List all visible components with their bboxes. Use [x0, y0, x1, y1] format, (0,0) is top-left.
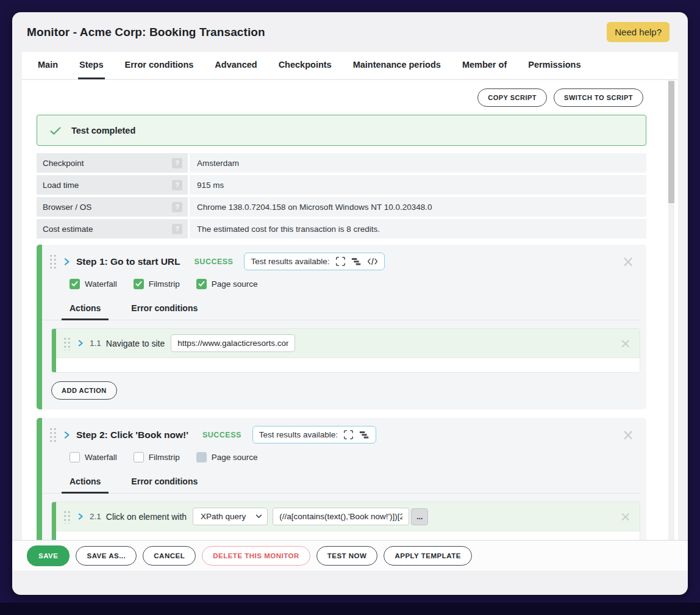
action-number: 1.1 — [90, 339, 101, 348]
waterfall-checkbox[interactable]: Waterfall — [70, 279, 117, 289]
tab-actions[interactable]: Actions — [62, 299, 109, 320]
checkbox-label: Filmstrip — [149, 453, 180, 462]
navigate-url-input[interactable] — [171, 334, 295, 352]
add-action-button[interactable]: ADD ACTION — [51, 381, 117, 400]
chevron-right-icon[interactable] — [78, 340, 84, 347]
monitor-dialog: Monitor - Acme Corp: Booking Transaction… — [12, 12, 688, 595]
scrollbar-thumb[interactable] — [668, 81, 674, 203]
cancel-button[interactable]: CANCEL — [143, 546, 196, 566]
tab-advanced[interactable]: Advanced — [213, 52, 258, 79]
dialog-footer: SAVE SAVE AS... CANCEL DELETE THIS MONIT… — [12, 540, 688, 570]
help-icon[interactable]: ? — [172, 224, 182, 234]
info-label: Cost estimate — [43, 225, 93, 234]
table-row: Checkpoint ? Amsterdam — [37, 153, 646, 173]
step-title: Step 1: Go to start URL — [76, 256, 180, 267]
info-label: Checkpoint — [43, 159, 84, 168]
close-icon[interactable]: × — [620, 511, 631, 522]
save-as-button[interactable]: SAVE AS... — [76, 546, 137, 566]
check-icon — [49, 124, 62, 137]
step-2-result-options: Waterfall Filmstrip Page source — [42, 449, 646, 469]
waterfall-icon[interactable] — [351, 256, 362, 267]
apply-template-button[interactable]: APPLY TEMPLATE — [384, 546, 471, 566]
close-icon[interactable]: × — [622, 429, 634, 441]
checkbox[interactable] — [134, 452, 144, 462]
help-icon[interactable]: ? — [172, 180, 182, 190]
tab-error-conditions[interactable]: Error conditions — [123, 299, 205, 320]
tab-main[interactable]: Main — [37, 52, 59, 79]
screenshot-icon[interactable] — [335, 256, 346, 267]
step-2-subtabs: Actions Error conditions — [42, 469, 640, 494]
info-value: Chrome 138.0.7204.158 on Microsoft Windo… — [190, 197, 646, 217]
save-button[interactable]: SAVE — [27, 545, 70, 566]
step-status-bar — [37, 418, 42, 540]
chevron-right-icon[interactable] — [78, 513, 84, 520]
test-now-button[interactable]: TEST NOW — [316, 546, 378, 566]
delete-monitor-button[interactable]: DELETE THIS MONITOR — [202, 546, 310, 566]
more-options-button[interactable]: ... — [411, 508, 428, 525]
info-label: Load time — [43, 181, 79, 190]
select-value: XPath query — [201, 512, 246, 521]
source-code-icon[interactable] — [367, 257, 378, 266]
need-help-button[interactable]: Need help? — [607, 22, 670, 42]
action-number: 2.1 — [90, 512, 101, 521]
checkbox[interactable] — [70, 452, 80, 462]
help-icon[interactable]: ? — [172, 202, 182, 212]
filmstrip-checkbox[interactable]: Filmstrip — [134, 452, 180, 462]
test-completed-banner: Test completed — [37, 115, 646, 146]
tab-maintenance-periods[interactable]: Maintenance periods — [352, 52, 442, 79]
step-panel-2: Step 2: Click 'Book now!' SUCCESS Test r… — [37, 418, 646, 540]
status-badge: SUCCESS — [202, 431, 241, 439]
dialog-bottom-spacer — [12, 570, 688, 595]
checkbox-label: Filmstrip — [149, 279, 180, 289]
script-toolbar: COPY SCRIPT SWITCH TO SCRIPT — [37, 88, 646, 107]
xpath-query-input[interactable] — [273, 508, 409, 525]
background-band — [0, 603, 700, 615]
page-source-checkbox[interactable]: Page source — [196, 279, 258, 289]
steps-scroll-area: COPY SCRIPT SWITCH TO SCRIPT Test comple… — [22, 80, 678, 540]
checkbox[interactable] — [134, 279, 144, 289]
drag-handle-icon[interactable] — [48, 426, 56, 443]
tab-permissions[interactable]: Permissions — [527, 52, 582, 79]
chevron-down-icon — [255, 514, 262, 519]
drag-handle-icon[interactable] — [62, 509, 70, 523]
drag-handle-icon[interactable] — [62, 336, 70, 350]
chevron-right-icon[interactable] — [64, 258, 70, 265]
screenshot-icon[interactable] — [343, 430, 354, 440]
tab-error-conditions[interactable]: Error conditions — [123, 472, 205, 494]
checkbox-label: Page source — [212, 279, 258, 289]
test-results-box: Test results available: — [244, 253, 384, 270]
close-icon[interactable]: × — [622, 256, 634, 268]
selector-type-select[interactable]: XPath query — [193, 508, 268, 525]
tab-actions[interactable]: Actions — [62, 472, 109, 494]
waterfall-checkbox[interactable]: Waterfall — [70, 452, 117, 462]
tab-checkpoints[interactable]: Checkpoints — [277, 52, 333, 79]
test-results-label: Test results available: — [251, 257, 329, 266]
test-results-box: Test results available: — [252, 426, 376, 444]
tab-error-conditions[interactable]: Error conditions — [124, 52, 195, 79]
checkbox[interactable] — [196, 452, 207, 462]
info-value: 915 ms — [190, 175, 646, 195]
action-row-1-1: 1.1 Navigate to site × — [51, 328, 640, 373]
status-badge: SUCCESS — [195, 257, 234, 266]
help-icon[interactable]: ? — [172, 158, 182, 168]
action-label: Navigate to site — [106, 339, 165, 348]
page-source-checkbox[interactable]: Page source — [196, 452, 258, 462]
checkbox-label: Waterfall — [85, 279, 117, 289]
checkbox[interactable] — [196, 279, 207, 289]
tab-steps[interactable]: Steps — [78, 52, 105, 79]
step-panel-1: Step 1: Go to start URL SUCCESS Test res… — [37, 245, 646, 409]
page-title: Monitor - Acme Corp: Booking Transaction — [27, 26, 265, 39]
drag-handle-icon[interactable] — [48, 253, 56, 270]
filmstrip-checkbox[interactable]: Filmstrip — [134, 279, 180, 289]
table-row: Browser / OS ? Chrome 138.0.7204.158 on … — [37, 197, 646, 217]
info-value: The estimated cost for this transaction … — [190, 219, 646, 239]
copy-script-button[interactable]: COPY SCRIPT — [477, 88, 547, 107]
info-label: Browser / OS — [43, 203, 91, 212]
waterfall-icon[interactable] — [359, 430, 370, 440]
close-icon[interactable]: × — [620, 338, 631, 349]
chevron-right-icon[interactable] — [64, 431, 70, 439]
switch-to-script-button[interactable]: SWITCH TO SCRIPT — [554, 88, 643, 107]
checkbox[interactable] — [70, 279, 80, 289]
tab-member-of[interactable]: Member of — [461, 52, 508, 79]
checkbox-label: Waterfall — [85, 453, 117, 462]
